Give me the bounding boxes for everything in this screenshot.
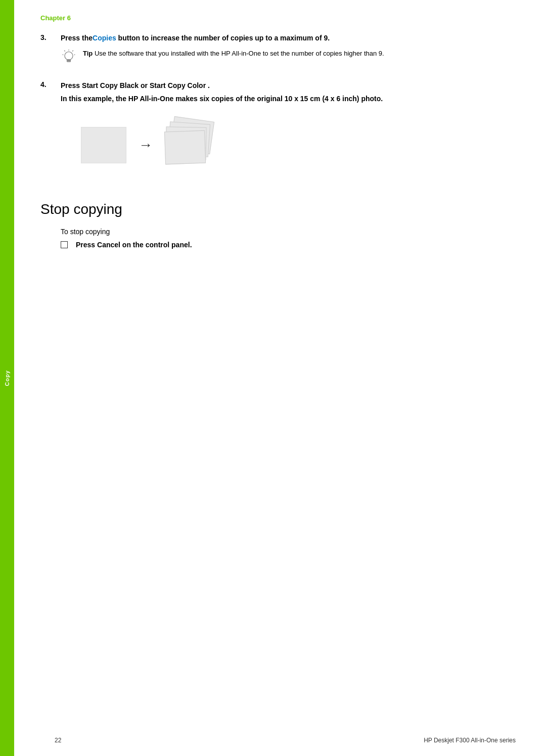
step-4-number: 4. (40, 80, 61, 88)
step-4-press: Press (61, 81, 82, 90)
step-3-text-before: Press the (61, 34, 93, 42)
section-heading: Stop copying (40, 201, 516, 217)
step-3-text: Press theCopies button to increase the n… (61, 33, 516, 43)
tip-icon (61, 50, 79, 68)
stop-copying-step-1: Press Cancel on the control panel. (61, 240, 516, 250)
step-3-content: Press theCopies button to increase the n… (61, 33, 516, 71)
copy-illustration: → (81, 119, 516, 172)
tip-content: Tip Use the software that you installed … (83, 49, 384, 59)
stop-press-label: Press (76, 241, 97, 249)
sidebar-label: Copy (4, 370, 10, 386)
stop-copying-section: Stop copying To stop copying Press Cance… (40, 201, 516, 250)
step-3-number: 3. (40, 33, 61, 41)
tip-box: Tip Use the software that you installed … (61, 49, 516, 68)
svg-line-4 (63, 55, 64, 55)
step-4-line2: In this example, the HP All-in-One makes… (61, 93, 516, 104)
stop-step-text: Press Cancel on the control panel. (76, 240, 192, 250)
svg-point-5 (65, 52, 73, 60)
footer-page-number: 22 (55, 737, 61, 744)
stop-copying-intro: To stop copying (61, 228, 516, 236)
arrow-icon: → (139, 137, 153, 153)
main-content: Chapter 6 3. Press theCopies button to i… (14, 0, 546, 756)
chapter-heading: Chapter 6 (40, 14, 516, 22)
footer-product-name: HP Deskjet F300 All-in-One series (424, 737, 516, 744)
step-3-text-after: button to increase the number of copies … (116, 34, 330, 42)
step-4-color-highlight: Start Copy Color (150, 81, 206, 90)
step-4: 4. Press Start Copy Black or Start Copy … (40, 80, 516, 186)
step-4-text: Press Start Copy Black or Start Copy Col… (61, 80, 516, 105)
sidebar: Copy (0, 0, 14, 756)
lightbulb-icon (61, 50, 77, 66)
tip-label: Tip (83, 50, 93, 57)
step-4-period: . (206, 81, 210, 90)
step-list: 3. Press theCopies button to increase th… (40, 33, 516, 186)
step-3: 3. Press theCopies button to increase th… (40, 33, 516, 71)
step-4-or: or (139, 81, 150, 90)
step-4-content: Press Start Copy Black or Start Copy Col… (61, 80, 516, 186)
stop-cancel-highlight: Cancel (97, 241, 120, 249)
stop-step-after: on the control panel. (120, 241, 192, 249)
svg-line-1 (72, 51, 73, 52)
checkbox-icon (61, 241, 68, 248)
footer: 22 HP Deskjet F300 All-in-One series (28, 737, 546, 744)
step-4-line1: Press Start Copy Black or Start Copy Col… (61, 80, 516, 91)
step-4-black-highlight: Start Copy Black (82, 81, 139, 90)
tip-text-content: Use the software that you installed with… (95, 50, 384, 57)
step-3-copies-highlight: Copies (93, 34, 116, 42)
stop-copying-steps: Press Cancel on the control panel. (61, 240, 516, 250)
svg-line-2 (74, 55, 75, 55)
copy-photo-4 (164, 130, 206, 164)
svg-rect-7 (67, 61, 70, 62)
copies-stack (165, 119, 213, 172)
svg-line-3 (64, 51, 65, 52)
original-photo (81, 127, 126, 163)
